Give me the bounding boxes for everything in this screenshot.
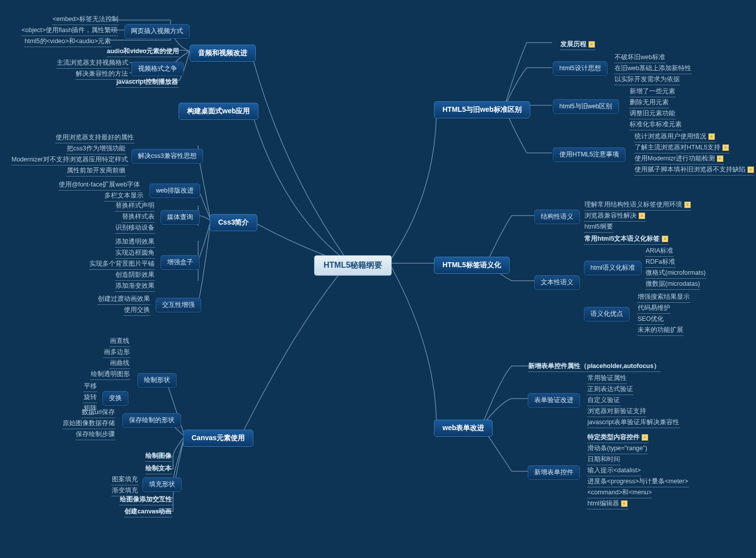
leaf: 保存绘制步骤 [75,429,115,440]
sub-design[interactable]: html5设计思想 [553,61,608,76]
sub-css3-media[interactable]: 媒体查询 [161,210,200,225]
leaf: 删除无用元素 [629,97,669,108]
note-icon: ≡ [642,434,648,441]
main-semantic[interactable]: HTML5标签语义化 [434,257,510,274]
leaf: 调整旧元素功能 [629,108,676,119]
leaf-canvas-img: 绘制图像 [145,451,172,462]
leaf-common-sem: 常用html5文本语义化标签≡ [584,234,669,245]
sub-struct[interactable]: 结构性语义 [534,210,580,224]
leaf: <command>和<menu> [587,487,652,498]
leaf-canvas-anim: 创建canvas动画 [124,506,172,517]
leaf: html5纲要 [584,222,614,233]
leaf: 日期和时间 [587,454,621,465]
leaf: 替换样式表 [121,212,155,223]
leaf: 滑动条(type="range") [587,443,648,454]
leaf: 增强搜索结果显示 [637,292,690,303]
leaf: 使用腻子脚本填补旧浏览器不支持缺陷≡ [634,164,754,175]
main-canvas[interactable]: Canvas元素使用 [183,430,253,447]
sub-video-format[interactable]: 视频格式之争 [131,62,184,76]
main-css3[interactable]: Css3简介 [210,214,257,231]
leaf: 使用Modernizr进行功能检测≡ [634,153,724,164]
sub-text[interactable]: 文本性语义 [534,275,580,290]
leaf: 画直线 [109,336,130,347]
main-audio[interactable]: 音频和视频改进 [190,45,256,62]
leaf: 以实际开发需求为依据 [614,74,680,85]
leaf: 平移 [83,381,97,392]
note-icon: ≡ [717,155,723,162]
leaf: 微数据(microdatas) [645,279,700,290]
leaf-canvas-txt: 绘制文本 [145,463,172,474]
leaf: 特定类型内容控件≡ [587,432,649,443]
leaf: 了解主流浏览器对HTML5支持≡ [634,142,729,153]
sub-css3-compat[interactable]: 解决css3兼容性思想 [131,149,203,163]
leaf: 创造阴影效果 [115,270,155,281]
sub-ctrl[interactable]: 新增表单控件 [528,465,580,480]
leaf-audio-use: audio和video元素的使用 [106,46,180,57]
note-icon: ≡ [684,202,691,208]
sub-canvas-trans[interactable]: 变换 [102,391,128,406]
leaf: 未来的功能扩展 [637,325,684,336]
leaf: RDFa标准 [645,257,676,268]
sub-note[interactable]: 使用HTML5注意事项 [553,147,626,162]
note-icon: ≡ [639,213,645,219]
note-icon: ≡ [621,500,628,507]
leaf: 标准化非标准元素 [629,119,682,130]
leaf-js-player: javascript控制播放器 [116,77,179,88]
sub-video-insert[interactable]: 网页插入视频方式 [124,24,190,39]
leaf: 正则表达式验证 [587,384,634,395]
leaf: 进度条<progress>与计量条<meter> [587,476,689,487]
leaf: 使用交换 [123,305,150,316]
leaf: 在旧web基础上添加新特性 [614,63,692,74]
sub-vs[interactable]: html5与旧web区别 [553,99,619,114]
main-diff[interactable]: HTML5与旧web标准区别 [434,101,530,118]
leaf: 自定义验证 [587,395,621,406]
sub-canvas-shape[interactable]: 绘制形状 [137,373,177,388]
leaf: 浏览器对新验证支持 [587,406,647,417]
leaf: <embed>标签无法控制 [52,14,119,25]
sub-css3-type[interactable]: web排版改进 [149,183,200,198]
sub-css3-inter[interactable]: 交互性增强 [156,298,201,312]
leaf: 数据url保存 [81,407,115,418]
leaf: 代码易维护 [637,303,671,314]
leaf: 使用@font-face扩展web字体 [58,179,140,191]
leaf: 识别移动设备 [115,223,155,234]
root-node[interactable]: HTML5秘籍纲要 [314,255,392,276]
main-form[interactable]: web表单改进 [434,420,493,437]
leaf: 微格式(microformats) [645,268,706,279]
leaf: 新增了一些元素 [629,86,676,97]
note-icon: ≡ [747,166,754,173]
note-icon: ≡ [708,133,715,140]
leaf: 图案填充 [111,474,138,485]
leaf: 画曲线 [109,358,130,369]
note-icon: ≡ [662,236,668,242]
leaf: 添加渐变效果 [115,281,155,292]
sub-sem-std[interactable]: html语义化标准 [584,261,642,275]
leaf: 输入提示<datalist> [587,465,641,476]
leaf: 替换样式声明 [115,201,155,212]
main-desktop[interactable]: 构建桌面式web应用 [179,103,258,120]
leaf: 统计浏览器用户使用情况≡ [634,131,715,142]
sub-canvas-fill[interactable]: 填充形状 [142,477,182,492]
leaf: 主流浏览器支持视频格式 [56,58,129,69]
leaf: 属性前加开发商前缀 [66,165,126,176]
sub-canvas-save[interactable]: 保存绘制的形状 [122,413,181,428]
note-icon: ≡ [588,41,595,48]
leaf: 浏览器兼容性解决≡ [584,211,646,222]
sub-valid[interactable]: 表单验证改进 [528,393,580,408]
leaf-history: 发展历程≡ [560,39,595,50]
note-icon: ≡ [722,144,729,151]
leaf: 不破坏旧web标准 [614,52,666,63]
leaf: 使用浏览器支持最好的属性 [55,132,134,143]
leaf: 绘制透明图形 [90,369,130,380]
leaf: 创建过渡动画效果 [97,294,150,305]
leaf-canvas-interact: 给图像添加交互性 [119,494,173,505]
leaf: 原始图像数据存储 [62,418,115,429]
leaf: 常用验证属性 [587,373,627,384]
leaf: javascript表单验证库解决兼容性 [587,417,680,428]
leaf: 画多边形 [103,347,130,358]
leaf: 旋转 [83,392,97,403]
sub-css3-box[interactable]: 增强盒子 [161,255,200,270]
sub-sem-adv[interactable]: 语义化优点 [584,307,630,321]
leaf: html编辑器≡ [587,498,628,509]
leaf-form-new: 新增表单控件属性（placeholder,autofocus） [528,361,661,372]
